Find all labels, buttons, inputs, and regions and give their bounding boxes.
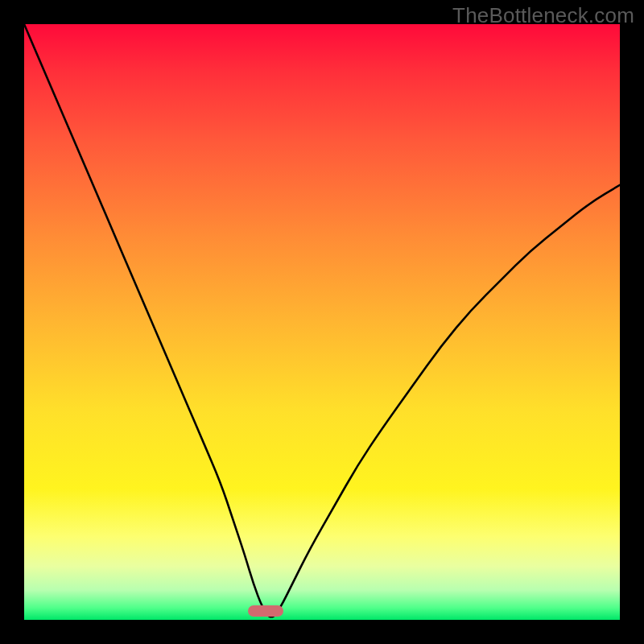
- plot-area: [24, 24, 620, 620]
- curve-path: [24, 24, 620, 617]
- bottleneck-curve: [24, 24, 620, 620]
- optimum-marker: [248, 605, 283, 617]
- chart-frame: TheBottleneck.com: [0, 0, 644, 644]
- watermark-text: TheBottleneck.com: [452, 3, 634, 28]
